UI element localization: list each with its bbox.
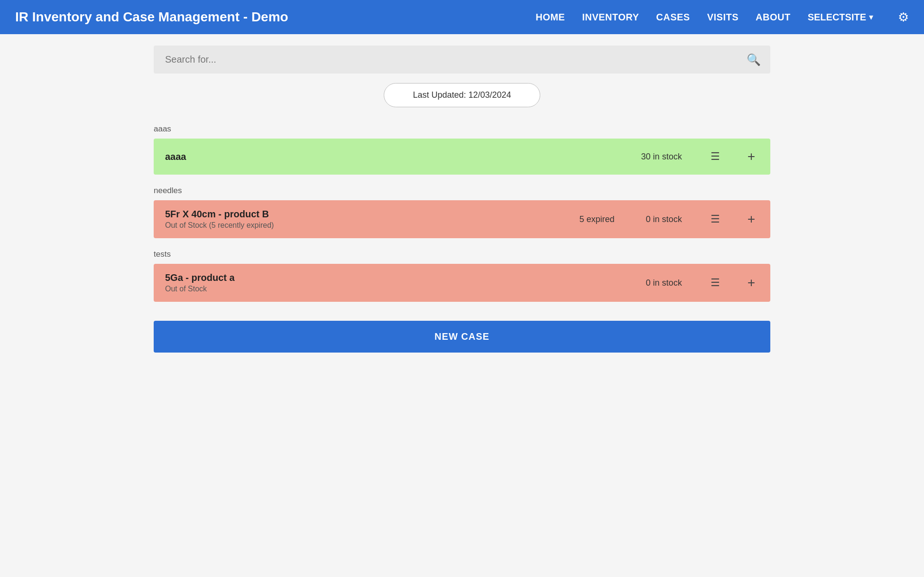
list-icon-button-5ga-product-a[interactable]: ☰ bbox=[707, 275, 724, 291]
search-icon: 🔍 bbox=[747, 53, 761, 66]
item-stock-5ga-product-a: 0 in stock bbox=[630, 278, 682, 288]
nav-links: HOME INVENTORY CASES VISITS ABOUT SELECT… bbox=[536, 10, 909, 25]
item-stats-5ga-product-a: 0 in stock☰+ bbox=[630, 273, 759, 292]
select-site-label: SELECTSITE bbox=[808, 12, 866, 23]
search-input[interactable] bbox=[154, 46, 770, 74]
list-icon-button-aaaa[interactable]: ☰ bbox=[707, 149, 724, 165]
search-wrapper: 🔍 bbox=[154, 46, 770, 74]
inventory-item-5fr-product-b: 5Fr X 40cm - product BOut of Stock (5 re… bbox=[154, 200, 770, 238]
nav-home[interactable]: HOME bbox=[536, 12, 565, 23]
add-icon-button-5fr-product-b[interactable]: + bbox=[744, 210, 759, 229]
main-content: 🔍 Last Updated: 12/03/2024 aaasaaaa30 in… bbox=[135, 34, 789, 364]
new-case-button[interactable]: NEW CASE bbox=[154, 321, 770, 353]
add-icon-button-5ga-product-a[interactable]: + bbox=[744, 273, 759, 292]
nav-inventory[interactable]: INVENTORY bbox=[582, 12, 639, 23]
add-icon-button-aaaa[interactable]: + bbox=[744, 147, 759, 166]
list-icon-button-5fr-product-b[interactable]: ☰ bbox=[707, 211, 724, 227]
item-expired-5fr-product-b: 5 expired bbox=[580, 214, 615, 224]
item-stock-aaaa: 30 in stock bbox=[630, 152, 682, 162]
category-label-aaas: aaas bbox=[154, 124, 770, 134]
item-status-5fr-product-b: Out of Stock (5 recently expired) bbox=[165, 221, 580, 230]
item-info-5ga-product-a: 5Ga - product aOut of Stock bbox=[165, 272, 630, 293]
item-info-5fr-product-b: 5Fr X 40cm - product BOut of Stock (5 re… bbox=[165, 209, 580, 230]
select-site-dropdown[interactable]: SELECTSITE ▾ bbox=[808, 12, 873, 23]
nav-cases[interactable]: CASES bbox=[656, 12, 690, 23]
last-updated-wrapper: Last Updated: 12/03/2024 bbox=[154, 83, 770, 107]
inventory-item-5ga-product-a: 5Ga - product aOut of Stock0 in stock☰+ bbox=[154, 264, 770, 302]
nav-about[interactable]: ABOUT bbox=[756, 12, 791, 23]
item-name-5ga-product-a: 5Ga - product a bbox=[165, 272, 630, 283]
nav-visits[interactable]: VISITS bbox=[707, 12, 739, 23]
item-status-5ga-product-a: Out of Stock bbox=[165, 285, 630, 293]
category-label-needles: needles bbox=[154, 186, 770, 195]
category-label-tests: tests bbox=[154, 250, 770, 259]
item-stock-5fr-product-b: 0 in stock bbox=[630, 214, 682, 224]
chevron-down-icon: ▾ bbox=[869, 12, 873, 22]
item-stats-5fr-product-b: 5 expired0 in stock☰+ bbox=[580, 210, 759, 229]
item-info-aaaa: aaaa bbox=[165, 151, 630, 162]
last-updated-box: Last Updated: 12/03/2024 bbox=[384, 83, 540, 107]
item-name-aaaa: aaaa bbox=[165, 151, 630, 162]
app-title: IR Inventory and Case Management - Demo bbox=[15, 9, 536, 25]
navbar: IR Inventory and Case Management - Demo … bbox=[0, 0, 924, 34]
item-name-5fr-product-b: 5Fr X 40cm - product B bbox=[165, 209, 580, 220]
inventory-item-aaaa: aaaa30 in stock☰+ bbox=[154, 139, 770, 175]
gear-icon[interactable]: ⚙ bbox=[898, 10, 909, 25]
categories-container: aaasaaaa30 in stock☰+needles5Fr X 40cm -… bbox=[154, 124, 770, 302]
item-stats-aaaa: 30 in stock☰+ bbox=[630, 147, 759, 166]
